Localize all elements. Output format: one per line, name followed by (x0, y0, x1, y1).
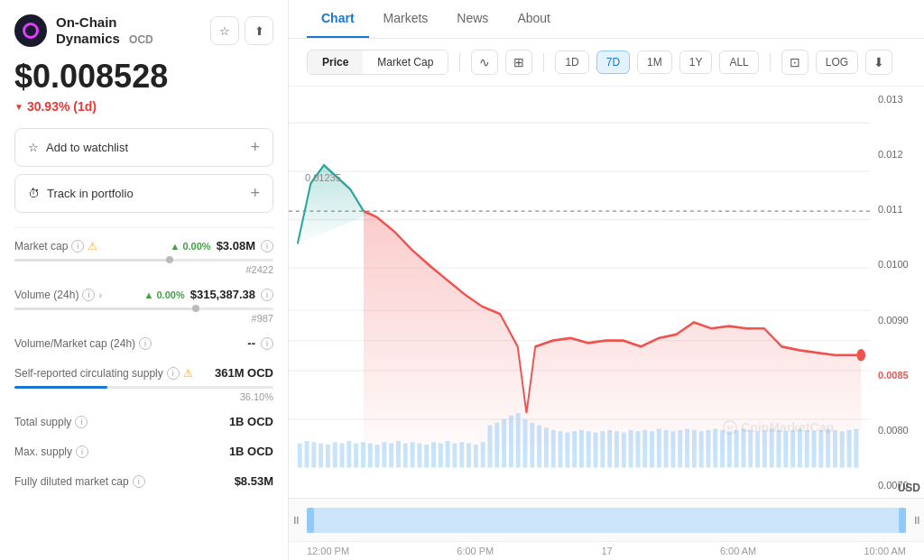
svg-rect-38 (502, 419, 506, 468)
price-market-toggle: Price Market Cap (307, 50, 448, 75)
svg-rect-81 (805, 430, 809, 468)
tab-chart[interactable]: Chart (307, 0, 369, 38)
svg-rect-12 (319, 444, 323, 468)
volume-arrow-icon[interactable]: › (98, 289, 102, 300)
fully-diluted-info-icon[interactable]: i (133, 475, 145, 488)
scrubber-right-handle[interactable]: ⏸ (913, 514, 920, 527)
share-button[interactable]: ⬆ (245, 16, 273, 45)
coin-name: On-ChainDynamics OCD (56, 14, 153, 47)
market-cap-warning-icon: ⚠ (88, 240, 97, 252)
svg-rect-52 (600, 431, 605, 467)
svg-rect-9 (298, 444, 302, 468)
svg-rect-63 (678, 430, 682, 468)
total-supply-value: 1B OCD (229, 415, 273, 428)
max-supply-value: 1B OCD (229, 445, 273, 458)
scrubber-handle-right[interactable] (899, 508, 906, 533)
svg-rect-78 (783, 431, 788, 467)
plus-icon: + (250, 138, 260, 157)
market-cap-change: ▲ 0.00% (170, 241, 210, 252)
circ-supply-info-icon[interactable]: i (167, 367, 180, 380)
market-cap-bar (14, 259, 273, 262)
coin-logo (14, 14, 47, 47)
log-btn[interactable]: LOG (816, 50, 858, 74)
circ-supply-pct: 36.10% (14, 391, 273, 402)
candle-chart-icon[interactable]: ⊞ (505, 50, 532, 75)
period-all-btn[interactable]: ALL (719, 50, 758, 74)
market-cap-info-icon[interactable]: i (71, 240, 84, 252)
tab-markets[interactable]: Markets (369, 0, 443, 38)
svg-rect-41 (523, 419, 528, 468)
svg-rect-23 (396, 441, 401, 468)
svg-rect-48 (572, 431, 577, 467)
circulating-supply-label: Self-reported circulating supply i ⚠ (14, 367, 193, 380)
max-supply-info-icon[interactable]: i (76, 445, 88, 458)
price-toggle-btn[interactable]: Price (308, 50, 363, 74)
watermark-logo: M (723, 420, 737, 435)
y-label-1: 0.012 (878, 149, 920, 160)
star-icon: ☆ (28, 141, 39, 154)
svg-rect-64 (685, 429, 689, 468)
star-button[interactable]: ☆ (210, 16, 239, 45)
tab-about[interactable]: About (503, 0, 565, 38)
svg-rect-68 (713, 429, 717, 468)
separator-2 (543, 53, 544, 71)
right-panel: Chart Markets News About Price Market Ca… (289, 0, 924, 560)
period-1y-btn[interactable]: 1Y (679, 50, 713, 74)
line-chart-icon[interactable]: ∿ (471, 50, 498, 75)
svg-rect-25 (411, 442, 415, 467)
svg-rect-86 (840, 431, 845, 467)
coin-header: On-ChainDynamics OCD ☆ ⬆ (14, 14, 273, 47)
separator-3 (770, 53, 771, 71)
svg-rect-31 (452, 444, 457, 468)
svg-rect-79 (790, 430, 795, 468)
max-supply-label: Max. supply i (14, 445, 88, 458)
y-label-current: 0.0085 (878, 370, 920, 381)
action-buttons: ☆ Add to watchlist + ⏱ Track in portfoli… (14, 128, 273, 213)
plus-portfolio-icon: + (250, 184, 260, 203)
period-1d-btn[interactable]: 1D (555, 50, 588, 74)
svg-rect-22 (389, 444, 393, 468)
scrubber-handle-left[interactable] (307, 508, 314, 533)
track-portfolio-button[interactable]: ⏱ Track in portfolio + (14, 174, 273, 213)
portfolio-icon: ⏱ (28, 187, 40, 200)
chart-controls: Price Market Cap ∿ ⊞ 1D 7D 1M 1Y ALL ⊡ L… (289, 39, 924, 87)
svg-rect-83 (818, 430, 823, 468)
fullscreen-icon[interactable]: ⊡ (781, 50, 808, 75)
svg-rect-14 (333, 442, 337, 467)
add-watchlist-button[interactable]: ☆ Add to watchlist + (14, 128, 273, 167)
vol-mc-value-info[interactable]: i (261, 337, 273, 350)
volume-info-icon[interactable]: i (82, 289, 95, 301)
svg-rect-59 (650, 431, 654, 467)
volume-value: $315,387.38 (190, 288, 255, 301)
market-cap-toggle-btn[interactable]: Market Cap (363, 50, 448, 74)
coin-logo-icon (23, 23, 39, 39)
tab-news[interactable]: News (442, 0, 503, 38)
period-1m-btn[interactable]: 1M (637, 50, 672, 74)
coin-name-group: On-ChainDynamics OCD (56, 14, 153, 47)
svg-rect-13 (326, 445, 330, 467)
scrubber-track[interactable] (307, 508, 906, 533)
svg-rect-50 (587, 431, 591, 467)
volume-24h-label: Volume (24h) i › (14, 289, 102, 301)
circulating-supply-row: Self-reported circulating supply i ⚠ 361… (14, 366, 273, 402)
vol-mc-info-icon[interactable]: i (139, 337, 152, 350)
svg-rect-58 (642, 430, 647, 468)
svg-rect-28 (431, 442, 436, 467)
period-7d-btn[interactable]: 7D (596, 50, 630, 74)
total-supply-info-icon[interactable]: i (75, 416, 88, 428)
volume-value-info[interactable]: i (261, 289, 273, 301)
y-label-6: 0.0080 (878, 425, 920, 436)
market-cap-value-info[interactable]: i (261, 240, 273, 252)
fully-diluted-row: Fully diluted market cap i $8.53M (14, 474, 273, 491)
market-cap-row: Market cap i ⚠ ▲ 0.00% $3.08M i #2422 (14, 239, 273, 275)
svg-rect-55 (622, 433, 626, 468)
watermark: M CoinMarketCap (723, 420, 834, 435)
download-icon[interactable]: ⬇ (865, 50, 892, 75)
svg-rect-35 (481, 442, 485, 467)
svg-rect-30 (446, 441, 450, 468)
scrubber-left-handle[interactable]: ⏸ (292, 514, 300, 527)
volume-market-cap-row: Volume/Market cap (24h) i -- i (14, 336, 273, 353)
total-supply-label: Total supply i (14, 416, 88, 428)
scrubber: ⏸ ⏸ (289, 498, 924, 541)
y-label-2: 0.011 (878, 204, 920, 215)
